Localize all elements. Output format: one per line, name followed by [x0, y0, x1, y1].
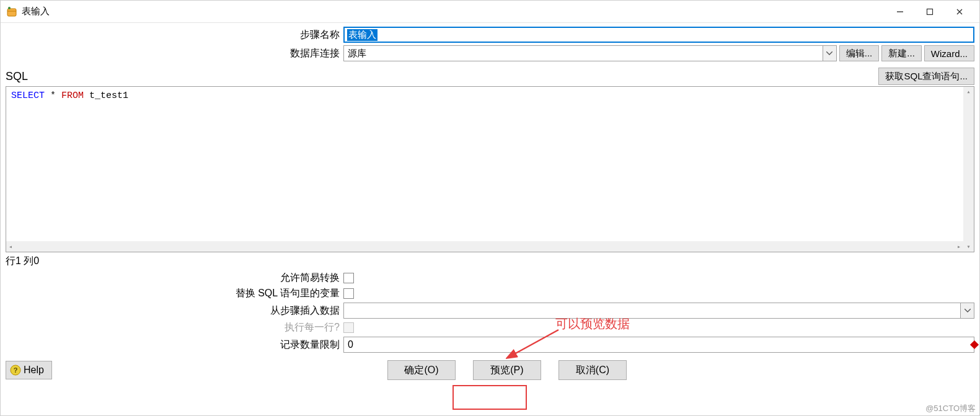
close-button[interactable]	[945, 2, 974, 21]
db-connection-select[interactable]: 源库	[343, 45, 837, 61]
record-limit-value: 0	[348, 339, 353, 350]
record-limit-label: 记录数量限制	[6, 339, 343, 352]
close-icon	[956, 8, 963, 15]
edit-connection-button[interactable]: 编辑...	[839, 45, 880, 61]
lazy-conversion-row: 允许简易转换	[6, 272, 974, 285]
minimize-button[interactable]	[885, 2, 915, 21]
scroll-right-icon: ▸	[955, 242, 963, 252]
sql-content: SELECT * FROM t_test1	[6, 87, 974, 105]
lazy-conversion-label: 允许简易转换	[6, 272, 343, 285]
svg-rect-0	[7, 9, 16, 16]
insert-from-step-label: 从步骤插入数据	[6, 304, 343, 317]
watermark: @51CTO博客	[925, 403, 976, 414]
db-connection-row: 数据库连接 源库 编辑... 新建... Wizard...	[6, 45, 974, 61]
sql-label: SQL	[6, 70, 28, 83]
table-input-dialog: 表输入 步骤名称 表输入 数据库连接 源库	[0, 0, 980, 416]
titlebar: 表输入	[1, 1, 979, 23]
help-icon: ?	[10, 365, 21, 376]
step-name-input[interactable]: 表输入	[343, 27, 974, 43]
insert-from-step-select[interactable]	[343, 303, 974, 319]
wizard-button[interactable]: Wizard...	[924, 45, 974, 61]
vertical-scrollbar[interactable]: ▴ ▾	[963, 87, 974, 252]
maximize-button[interactable]	[915, 2, 945, 21]
help-button[interactable]: ? Help	[6, 361, 52, 379]
app-icon	[6, 6, 18, 18]
maximize-icon	[926, 8, 934, 15]
lazy-conversion-checkbox[interactable]	[343, 273, 354, 283]
variable-indicator-icon	[970, 340, 979, 349]
execute-each-row-checkbox	[343, 322, 354, 333]
insert-from-step-row: 从步骤插入数据	[6, 303, 974, 319]
dialog-button-bar: ? Help 确定(O) 预览(P) 取消(C)	[6, 360, 974, 380]
scroll-down-icon: ▾	[964, 242, 973, 252]
step-name-label: 步骤名称	[6, 29, 343, 42]
scroll-up-icon: ▴	[964, 87, 973, 97]
horizontal-scrollbar[interactable]: ◂ ▸	[6, 241, 963, 252]
chevron-down-icon	[823, 46, 836, 61]
db-connection-value: 源库	[344, 48, 823, 60]
minimize-icon	[896, 8, 904, 15]
window-title: 表输入	[22, 6, 50, 17]
sql-textarea[interactable]: SELECT * FROM t_test1 ▴ ▾ ◂ ▸	[6, 86, 974, 252]
replace-vars-checkbox[interactable]	[343, 288, 354, 299]
new-connection-button[interactable]: 新建...	[881, 45, 922, 61]
svg-text:?: ?	[14, 366, 18, 374]
record-limit-input[interactable]: 0	[343, 337, 974, 353]
cancel-button[interactable]: 取消(C)	[558, 360, 627, 380]
get-sql-button[interactable]: 获取SQL查询语句...	[878, 68, 974, 85]
sql-header: SQL 获取SQL查询语句...	[6, 68, 974, 85]
execute-each-row-label: 执行每一行?	[6, 321, 343, 334]
chevron-down-icon	[960, 303, 974, 318]
window-controls	[885, 2, 974, 21]
step-name-row: 步骤名称 表输入	[6, 27, 974, 43]
execute-each-row-row: 执行每一行?	[6, 321, 974, 334]
step-name-value: 表输入	[347, 29, 377, 41]
replace-vars-label: 替换 SQL 语句里的变量	[6, 287, 343, 300]
ok-button[interactable]: 确定(O)	[387, 360, 456, 380]
db-connection-label: 数据库连接	[6, 47, 343, 60]
replace-vars-row: 替换 SQL 语句里的变量	[6, 287, 974, 300]
preview-button[interactable]: 预览(P)	[473, 360, 541, 380]
dialog-content: 步骤名称 表输入 数据库连接 源库 编辑... 新建... Wizard... …	[1, 23, 979, 415]
record-limit-row: 记录数量限制 0	[6, 337, 974, 353]
cursor-position-status: 行1 列0	[6, 255, 974, 268]
svg-rect-2	[927, 9, 933, 14]
svg-point-1	[8, 7, 11, 9]
scroll-left-icon: ◂	[6, 242, 15, 252]
